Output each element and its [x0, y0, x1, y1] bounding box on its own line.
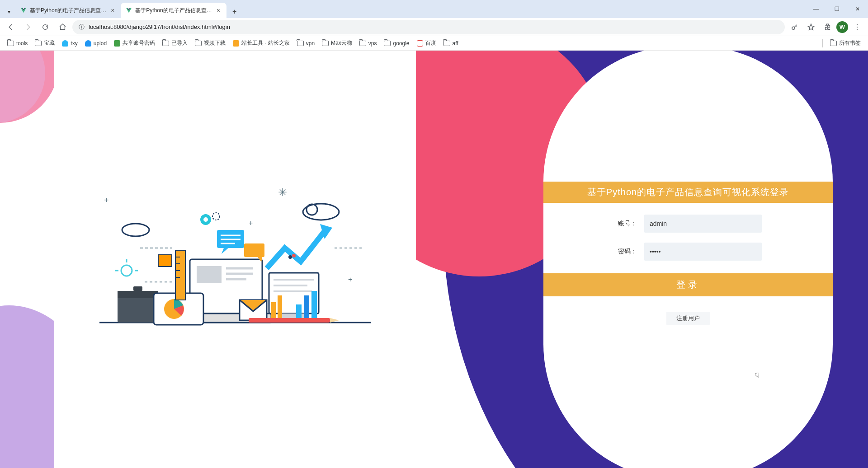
- tab-strip: ▾ 基于Python的电子产品信息查… × 基于Python的电子产品信息查… …: [0, 0, 868, 18]
- svg-rect-7: [197, 266, 222, 283]
- username-input[interactable]: [644, 215, 762, 233]
- svg-text:✳: ✳: [278, 186, 287, 198]
- window-controls: — ❐ ✕: [806, 0, 868, 18]
- password-label: 密码：: [614, 248, 637, 256]
- bookmark-imported[interactable]: 已导入: [160, 37, 190, 49]
- bookmarks-bar: tools 宝藏 txy uplod 共享账号密码 已导入 视频下载 站长工具 …: [0, 36, 868, 51]
- extensions-icon[interactable]: [820, 20, 835, 34]
- address-bar[interactable]: ⓘ localhost:8080/django29l17/front/dist/…: [72, 20, 785, 34]
- svg-point-41: [307, 204, 317, 215]
- tab-close-icon[interactable]: ×: [215, 7, 222, 14]
- bookmark-max-cloud[interactable]: Max云梯: [319, 37, 355, 49]
- tab-title: 基于Python的电子产品信息查…: [135, 7, 212, 14]
- bookmark-star-icon[interactable]: [804, 20, 818, 34]
- nav-back-button[interactable]: [4, 20, 18, 34]
- site-icon: [233, 40, 239, 47]
- bookmark-zhanzhang[interactable]: 站长工具 - 站长之家: [230, 37, 292, 49]
- svg-text:+: +: [249, 219, 253, 227]
- folder-icon: [162, 41, 169, 46]
- login-form: 账号： 密码：: [543, 215, 833, 261]
- svg-rect-13: [175, 250, 185, 300]
- bookmark-vps[interactable]: vps: [357, 38, 380, 48]
- nav-forward-button[interactable]: [21, 20, 35, 34]
- folder-icon: [7, 41, 14, 46]
- chrome-menu-icon[interactable]: ⋮: [850, 20, 864, 34]
- register-user-link[interactable]: 注册用户: [666, 312, 710, 325]
- password-input[interactable]: [644, 243, 762, 261]
- tab-title: 基于Python的电子产品信息查…: [30, 7, 106, 14]
- svg-rect-3: [118, 291, 158, 298]
- folder-icon: [35, 41, 42, 46]
- svg-marker-34: [222, 248, 228, 254]
- svg-rect-38: [244, 243, 264, 257]
- bookmark-aff[interactable]: aff: [441, 38, 461, 48]
- bookmark-baozang[interactable]: 宝藏: [32, 37, 57, 49]
- svg-point-0: [792, 27, 795, 29]
- page-content: + + + ✳ 基于Python的电子产品信息查询可视化系统登录 账号：: [0, 51, 868, 468]
- nav-reload-button[interactable]: [38, 20, 52, 34]
- maximize-button[interactable]: ❐: [826, 0, 847, 18]
- analytics-illustration: + + + ✳: [90, 178, 380, 341]
- svg-point-42: [122, 224, 149, 236]
- bookmark-video-download[interactable]: 视频下载: [192, 37, 228, 49]
- login-submit-button[interactable]: 登录: [543, 273, 833, 296]
- bookmark-all-bookmarks[interactable]: 所有书签: [827, 37, 863, 49]
- tab-active[interactable]: 基于Python的电子产品信息查… ×: [121, 3, 226, 18]
- svg-rect-18: [158, 255, 172, 267]
- new-tab-button[interactable]: +: [228, 5, 241, 18]
- bg-blob-pink-topleft2: [0, 51, 45, 123]
- folder-icon: [443, 41, 450, 46]
- bookmark-google[interactable]: google: [381, 38, 412, 48]
- bookmark-txy[interactable]: txy: [59, 38, 80, 48]
- tab-inactive[interactable]: 基于Python的电子产品信息查… ×: [15, 3, 121, 18]
- tabs-dropdown-icon[interactable]: ▾: [3, 5, 15, 18]
- svg-point-57: [288, 255, 292, 259]
- cloud-icon: [62, 40, 68, 47]
- svg-rect-30: [249, 318, 330, 323]
- profile-avatar[interactable]: W: [836, 21, 848, 33]
- svg-point-45: [212, 213, 220, 220]
- svg-point-44: [203, 217, 208, 222]
- vue-favicon-icon: [20, 7, 27, 14]
- baidu-icon: [417, 40, 423, 47]
- sheets-icon: [114, 40, 120, 47]
- folder-icon: [359, 41, 366, 46]
- password-key-icon[interactable]: [788, 20, 802, 34]
- bookmark-baidu[interactable]: 百度: [414, 37, 439, 49]
- username-label: 账号：: [614, 220, 637, 228]
- password-row: 密码：: [614, 243, 762, 261]
- site-info-icon[interactable]: ⓘ: [78, 23, 85, 31]
- tab-close-icon[interactable]: ×: [109, 7, 116, 14]
- svg-point-46: [121, 265, 132, 276]
- url-text: localhost:8080/django29l17/front/dist/in…: [89, 23, 230, 30]
- login-title: 基于Python的电子产品信息查询可视化系统登录: [543, 182, 833, 203]
- folder-icon: [297, 41, 304, 46]
- folder-icon: [830, 41, 837, 46]
- bookmark-divider: [822, 39, 823, 47]
- folder-icon: [322, 41, 329, 46]
- svg-rect-4: [133, 286, 142, 291]
- folder-icon: [195, 41, 202, 46]
- vue-favicon-icon: [125, 7, 132, 14]
- username-row: 账号：: [614, 215, 762, 233]
- folder-icon: [384, 41, 391, 46]
- bookmark-tools[interactable]: tools: [5, 38, 30, 48]
- svg-point-58: [292, 254, 296, 257]
- svg-text:+: +: [348, 276, 352, 283]
- close-window-button[interactable]: ✕: [847, 0, 868, 18]
- cloud-icon: [85, 40, 91, 47]
- minimize-button[interactable]: —: [806, 0, 826, 18]
- login-card: 基于Python的电子产品信息查询可视化系统登录 账号： 密码： 登录 注册用户: [543, 51, 833, 468]
- svg-text:+: +: [104, 196, 109, 205]
- illustration-panel: + + + ✳: [54, 51, 416, 468]
- bookmark-vpn[interactable]: vpn: [294, 38, 317, 48]
- bookmark-uplod[interactable]: uplod: [82, 38, 109, 48]
- nav-home-button[interactable]: [55, 20, 70, 34]
- address-bar-row: ⓘ localhost:8080/django29l17/front/dist/…: [0, 18, 868, 36]
- svg-rect-26: [311, 291, 317, 323]
- bookmark-shared-accounts[interactable]: 共享账号密码: [111, 37, 158, 49]
